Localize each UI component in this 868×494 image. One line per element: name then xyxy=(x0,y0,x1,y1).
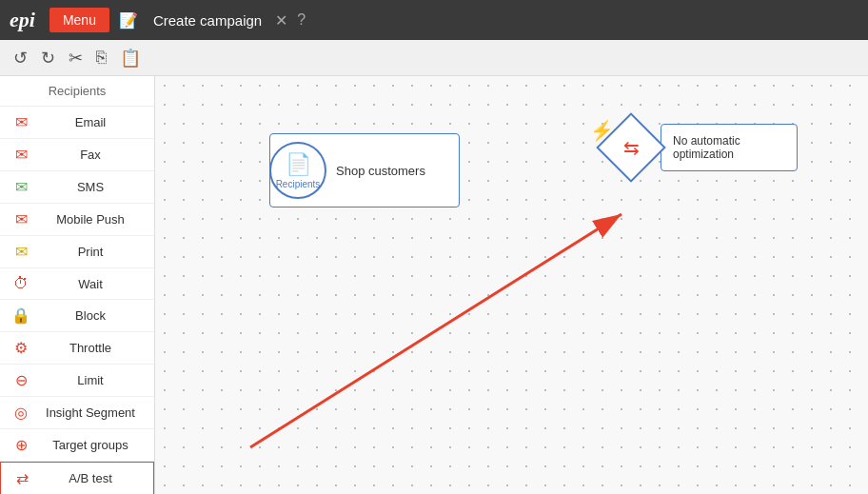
recipients-circle[interactable]: 📄 Recipients xyxy=(269,142,326,199)
sms-icon: ✉ xyxy=(11,178,30,196)
ab-test-icon: ⇄ xyxy=(12,469,31,487)
main-layout: Recipients ✉Email✉Fax✉SMS✉Mobile Push✉Pr… xyxy=(0,76,868,494)
paste-button[interactable]: 📋 xyxy=(116,46,145,70)
sidebar-label-sms: SMS xyxy=(38,180,143,194)
sidebar-section-recipients: Recipients xyxy=(0,76,154,107)
sidebar-label-fax: Fax xyxy=(38,148,143,162)
sidebar-label-target-groups: Target groups xyxy=(38,438,143,452)
sidebar-item-limit[interactable]: ⊖Limit xyxy=(0,365,154,397)
email-icon: ✉ xyxy=(11,113,30,131)
sidebar-item-insight-segment[interactable]: ◎Insight Segment xyxy=(0,397,154,429)
canvas[interactable]: 📄 Recipients Shop customers ⚡ ⇆ No autom… xyxy=(155,76,868,494)
sidebar-item-target-groups[interactable]: ⊕Target groups xyxy=(0,429,154,462)
optimizer-box: No automatic optimization xyxy=(661,124,798,171)
limit-icon: ⊖ xyxy=(11,371,30,389)
block-icon: 🔒 xyxy=(11,306,30,325)
undo-button[interactable]: ↺ xyxy=(10,46,31,70)
sidebar-label-email: Email xyxy=(38,115,143,129)
sidebar-label-throttle: Throttle xyxy=(38,341,143,355)
sidebar-item-wait[interactable]: ⏱Wait xyxy=(0,268,154,300)
help-icon[interactable]: ? xyxy=(297,11,306,29)
sidebar-item-mobile-push[interactable]: ✉Mobile Push xyxy=(0,204,154,236)
throttle-icon: ⚙ xyxy=(11,339,30,357)
sidebar-label-mobile-push: Mobile Push xyxy=(38,212,143,227)
flow-arrow xyxy=(250,214,621,447)
logo: epi xyxy=(10,8,35,32)
sidebar-label-insight-segment: Insight Segment xyxy=(38,405,143,420)
sidebar-item-print[interactable]: ✉Print xyxy=(0,236,154,268)
diamond-wrap: ⚡ ⇆ xyxy=(598,114,664,181)
sidebar-label-block: Block xyxy=(38,308,143,323)
target-groups-icon: ⊕ xyxy=(11,436,30,454)
document-icon[interactable]: 📝 xyxy=(119,11,138,30)
mobile-push-icon: ✉ xyxy=(11,210,30,228)
sidebar: Recipients ✉Email✉Fax✉SMS✉Mobile Push✉Pr… xyxy=(0,76,155,494)
close-icon[interactable]: ✕ xyxy=(275,11,287,30)
page-title: Create campaign xyxy=(153,12,262,29)
recipients-circle-label: Recipients xyxy=(276,179,321,189)
sidebar-label-print: Print xyxy=(38,245,143,259)
shuffle-icon: ⇆ xyxy=(623,136,640,159)
sidebar-item-throttle[interactable]: ⚙Throttle xyxy=(0,332,154,365)
insight-segment-icon: ◎ xyxy=(11,404,30,422)
print-icon: ✉ xyxy=(11,243,30,261)
wait-icon: ⏱ xyxy=(11,275,30,292)
sidebar-item-email[interactable]: ✉Email xyxy=(0,107,154,139)
sidebar-label-limit: Limit xyxy=(38,373,143,387)
sidebar-item-block[interactable]: 🔒Block xyxy=(0,300,154,332)
optimizer-node[interactable]: ⚡ ⇆ No automatic optimization xyxy=(598,114,798,181)
sidebar-item-fax[interactable]: ✉Fax xyxy=(0,139,154,171)
menu-button[interactable]: Menu xyxy=(49,8,109,32)
copy-button[interactable]: ⎘ xyxy=(92,46,110,69)
fax-icon: ✉ xyxy=(11,146,30,164)
recipients-node[interactable]: 📄 Recipients Shop customers xyxy=(269,133,460,207)
cut-button[interactable]: ✂ xyxy=(65,46,87,70)
sidebar-label-ab-test: A/B test xyxy=(39,471,142,485)
sidebar-item-sms[interactable]: ✉SMS xyxy=(0,171,154,204)
recipients-icon: 📄 xyxy=(286,152,311,177)
toolbar: ↺ ↻ ✂ ⎘ 📋 xyxy=(0,40,868,76)
topbar: epi Menu 📝 Create campaign ✕ ? xyxy=(0,0,868,40)
sidebar-item-ab-test[interactable]: ⇄A/B test xyxy=(0,462,154,494)
redo-button[interactable]: ↻ xyxy=(37,46,59,70)
recipients-text: Shop customers xyxy=(336,164,425,178)
sidebar-label-wait: Wait xyxy=(38,277,143,291)
